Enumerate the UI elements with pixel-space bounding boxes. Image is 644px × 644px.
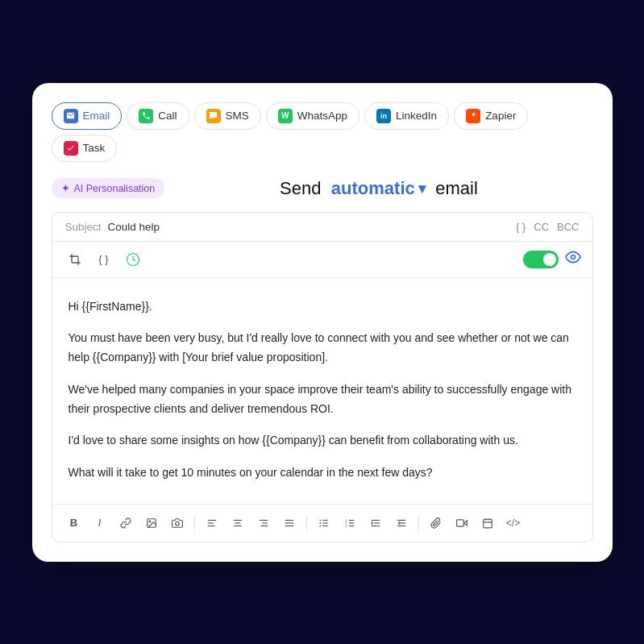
- svg-point-1: [571, 256, 575, 260]
- image-button[interactable]: [141, 513, 162, 534]
- call-icon: [139, 109, 153, 123]
- outdent-button[interactable]: [391, 513, 412, 534]
- send-center: Send automatic ▾ email: [164, 178, 592, 199]
- main-card: Email Call SMS W WhatsApp in LinkedIn Z: [32, 83, 613, 562]
- body-line-4: I'd love to share some insights on how {…: [69, 431, 576, 451]
- photo-button[interactable]: [167, 513, 188, 534]
- channel-tabs: Email Call SMS W WhatsApp in LinkedIn Z: [52, 102, 593, 162]
- tab-whatsapp-label: WhatsApp: [297, 110, 347, 122]
- tab-task-label: Task: [83, 142, 106, 154]
- italic-button[interactable]: I: [89, 513, 110, 534]
- svg-point-4: [175, 521, 179, 526]
- svg-rect-37: [483, 519, 492, 528]
- tab-zapier-label: Zapier: [485, 110, 516, 122]
- toolbar-sep-1: [194, 516, 195, 530]
- whatsapp-icon: W: [278, 109, 293, 123]
- svg-marker-35: [463, 521, 467, 526]
- send-row: ✦ AI Personalisation Send automatic ▾ em…: [52, 178, 593, 199]
- email-editor: Subject Could help { } CC BCC { }: [52, 212, 593, 542]
- toggle-group: [523, 249, 581, 269]
- subject-label: Subject: [65, 221, 102, 233]
- body-line-5: What will it take to get 10 minutes on y…: [69, 463, 576, 483]
- send-type-dropdown[interactable]: automatic ▾: [331, 178, 426, 199]
- bcc-button[interactable]: BCC: [557, 221, 579, 233]
- preview-eye-icon[interactable]: [565, 249, 581, 269]
- send-type-value: automatic: [331, 178, 415, 199]
- tab-linkedin-label: LinkedIn: [396, 110, 437, 122]
- indent-button[interactable]: [365, 513, 386, 534]
- video-button[interactable]: [451, 513, 472, 534]
- align-center-button[interactable]: [227, 513, 248, 534]
- attachment-button[interactable]: [426, 513, 447, 534]
- link-button[interactable]: [115, 513, 136, 534]
- calendar-button[interactable]: [477, 513, 498, 534]
- svg-point-3: [149, 521, 151, 522]
- svg-point-20: [319, 519, 321, 521]
- tab-sms[interactable]: SMS: [194, 102, 261, 130]
- tab-sms-label: SMS: [226, 110, 249, 122]
- toggle-switch[interactable]: [523, 251, 559, 268]
- variables-icon[interactable]: { }: [516, 221, 526, 233]
- align-left-button[interactable]: [202, 513, 222, 534]
- toolbar-sep-2: [306, 516, 307, 530]
- svg-point-22: [319, 525, 321, 526]
- subject-row: Subject Could help { } CC BCC: [52, 213, 592, 242]
- align-right-button[interactable]: [253, 513, 274, 534]
- code-button[interactable]: </>: [503, 513, 524, 534]
- tab-email[interactable]: Email: [52, 102, 123, 130]
- linkedin-icon: in: [376, 109, 391, 123]
- editor-toolbar: { }: [52, 242, 592, 278]
- tab-task[interactable]: Task: [52, 135, 118, 162]
- tab-linkedin[interactable]: in LinkedIn: [364, 102, 449, 130]
- body-line-1: Hi {{FirstName}}.: [69, 297, 576, 317]
- email-icon: [64, 109, 78, 123]
- ai-icon[interactable]: [122, 248, 144, 271]
- send-suffix: email: [435, 178, 478, 199]
- bold-button[interactable]: B: [64, 513, 85, 534]
- formatting-toolbar: B I: [52, 504, 592, 542]
- send-label: Send: [280, 178, 321, 199]
- svg-text:3: 3: [345, 523, 347, 527]
- subject-actions: { } CC BCC: [516, 221, 580, 233]
- crop-icon[interactable]: [64, 248, 86, 271]
- body-line-3: We've helped many companies in your spac…: [69, 380, 576, 419]
- svg-point-21: [319, 522, 321, 524]
- ai-sparkle-icon: ✦: [61, 182, 70, 194]
- tab-zapier[interactable]: Zapier: [454, 102, 528, 130]
- svg-rect-36: [456, 519, 463, 526]
- toolbar-sep-3: [418, 516, 419, 530]
- numbered-list-button[interactable]: 123: [339, 513, 360, 534]
- subject-input[interactable]: Could help: [108, 221, 509, 233]
- tab-call-label: Call: [158, 110, 177, 122]
- tab-email-label: Email: [83, 110, 110, 122]
- tab-call[interactable]: Call: [127, 102, 189, 130]
- bullet-list-button[interactable]: [314, 513, 334, 534]
- task-icon: [64, 141, 78, 156]
- sms-icon: [206, 109, 221, 123]
- tab-whatsapp[interactable]: W WhatsApp: [266, 102, 359, 130]
- ai-badge[interactable]: ✦ AI Personalisation: [52, 178, 165, 198]
- body-line-2: You must have been very busy, but I'd re…: [69, 329, 576, 368]
- chevron-down-icon: ▾: [418, 180, 426, 197]
- zapier-icon: [466, 109, 480, 123]
- email-body[interactable]: Hi {{FirstName}}. You must have been ver…: [52, 278, 592, 504]
- cc-button[interactable]: CC: [534, 221, 549, 233]
- ai-badge-label: AI Personalisation: [74, 183, 156, 194]
- justify-button[interactable]: [279, 513, 300, 534]
- code-variables-icon[interactable]: { }: [93, 248, 115, 271]
